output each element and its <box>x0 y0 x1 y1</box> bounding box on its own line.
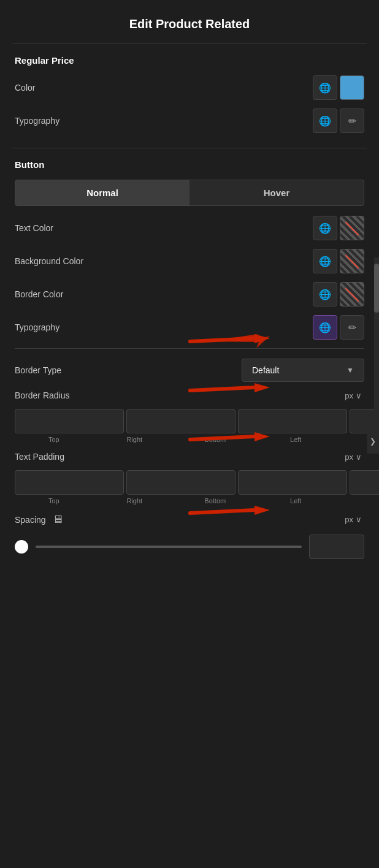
btn-typography-edit-btn[interactable]: ✏ <box>340 315 364 340</box>
color-control-group: 🌐 <box>313 75 364 100</box>
text-padding-unit[interactable]: px ∨ <box>345 452 364 462</box>
border-radius-unit[interactable]: px ∨ <box>345 391 364 400</box>
border-type-row: Border Type Default ▼ <box>15 359 364 382</box>
text-padding-right[interactable] <box>126 470 235 495</box>
border-radius-right[interactable] <box>126 409 235 433</box>
right-label: Right <box>96 436 174 443</box>
border-radius-bottom[interactable] <box>238 409 347 433</box>
padding-right-label: Right <box>96 497 174 504</box>
text-padding-left[interactable] <box>350 470 379 495</box>
pencil-icon-2: ✏ <box>348 322 356 333</box>
border-type-label: Border Type <box>15 365 61 375</box>
padding-bottom-label: Bottom <box>176 497 255 504</box>
btn-typography-label: Typography <box>15 322 59 332</box>
spacing-unit[interactable]: px ∨ <box>345 515 364 524</box>
scrollbar-thumb[interactable] <box>374 264 379 313</box>
spacing-label-group: Spacing 🖥 <box>15 513 63 526</box>
bg-color-swatch[interactable] <box>340 249 364 273</box>
normal-hover-tabs: Normal Hover <box>15 180 364 206</box>
slider-handle[interactable] <box>15 540 28 554</box>
padding-top-label: Top <box>15 497 93 504</box>
bg-color-label: Background Color <box>15 256 83 266</box>
monitor-icon: 🖥 <box>52 513 63 526</box>
text-padding-unit-value: px <box>345 452 353 462</box>
border-radius-labels: Top Right Bottom Left <box>15 436 364 443</box>
color-global-btn[interactable]: 🌐 <box>313 75 337 100</box>
button-heading: Button <box>15 159 364 170</box>
spacing-label: Spacing <box>15 515 46 525</box>
text-padding-top[interactable] <box>15 470 124 495</box>
chevron-down-icon-4: ∨ <box>356 515 362 524</box>
hover-tab[interactable]: Hover <box>190 180 364 205</box>
border-color-label: Border Color <box>15 289 63 299</box>
spacing-row: Spacing 🖥 px ∨ <box>15 513 364 526</box>
typography-row: Typography 🌐 ✏ <box>15 108 364 133</box>
btn-typography-control: 🌐 ✏ <box>313 315 364 340</box>
spacing-unit-value: px <box>345 515 353 524</box>
top-label: Top <box>15 436 93 443</box>
text-padding-labels: Top Right Bottom Left <box>15 497 364 504</box>
slider-row <box>15 535 364 559</box>
border-type-select[interactable]: Default ▼ <box>242 359 364 382</box>
text-padding-row: Text Padding px ∨ <box>15 452 364 462</box>
chevron-down-icon: ▼ <box>346 366 354 375</box>
globe-icon: 🌐 <box>319 82 331 94</box>
border-radius-row: Border Radius px ∨ <box>15 390 364 400</box>
btn-typography-row: Typography 🌐 ✏ <box>15 315 364 340</box>
text-color-swatch[interactable] <box>340 216 364 240</box>
border-color-global-btn[interactable]: 🌐 <box>313 282 337 306</box>
bg-color-row: Background Color 🌐 <box>15 249 364 273</box>
bg-color-control: 🌐 <box>313 249 364 273</box>
btn-typography-global-btn[interactable]: 🌐 <box>313 315 337 340</box>
border-radius-inputs: 🔗 <box>15 409 364 433</box>
regular-price-heading: Regular Price <box>15 55 364 66</box>
expand-panel-btn[interactable]: ❯ <box>367 429 379 454</box>
border-radius-label: Border Radius <box>15 390 70 400</box>
chevron-down-icon-2: ∨ <box>356 391 362 400</box>
color-row: Color 🌐 <box>15 75 364 100</box>
border-color-swatch[interactable] <box>340 282 364 306</box>
scrollbar[interactable] <box>374 257 379 441</box>
page-title: Edit Product Related <box>0 0 379 44</box>
globe-icon-2: 🌐 <box>319 115 331 127</box>
slider-track[interactable] <box>36 546 302 548</box>
text-color-control: 🌐 <box>313 216 364 240</box>
border-color-control: 🌐 <box>313 282 364 306</box>
globe-icon-5: 🌐 <box>319 289 331 300</box>
chevron-right-icon: ❯ <box>370 437 376 446</box>
typography-control-group: 🌐 ✏ <box>313 108 364 133</box>
bottom-label: Bottom <box>176 436 255 443</box>
chevron-down-icon-3: ∨ <box>356 452 362 462</box>
globe-icon-purple: 🌐 <box>319 322 331 333</box>
typography-label: Typography <box>15 116 59 126</box>
left-label: Left <box>257 436 335 443</box>
typography-global-btn[interactable]: 🌐 <box>313 108 337 133</box>
globe-icon-4: 🌐 <box>319 256 331 267</box>
border-color-row: Border Color 🌐 <box>15 282 364 306</box>
slider-value-input[interactable] <box>309 535 364 559</box>
bg-color-global-btn[interactable]: 🌐 <box>313 249 337 273</box>
pencil-icon: ✏ <box>348 115 356 127</box>
color-swatch-blue[interactable] <box>340 75 364 100</box>
text-padding-label: Text Padding <box>15 452 64 462</box>
typography-edit-btn[interactable]: ✏ <box>340 108 364 133</box>
padding-left-label: Left <box>257 497 335 504</box>
border-type-value: Default <box>252 365 279 375</box>
border-radius-top[interactable] <box>15 409 124 433</box>
regular-price-section: Regular Price Color 🌐 Typography 🌐 ✏ <box>0 44 379 148</box>
normal-tab[interactable]: Normal <box>15 180 190 205</box>
text-padding-inputs: 🔗 <box>15 470 364 495</box>
border-radius-unit-value: px <box>345 391 353 400</box>
text-color-row: Text Color 🌐 <box>15 216 364 240</box>
color-label: Color <box>15 83 35 93</box>
inner-divider <box>15 348 364 349</box>
text-color-label: Text Color <box>15 223 53 233</box>
globe-icon-3: 🌐 <box>319 223 331 234</box>
button-section: Button Normal Hover Text Color 🌐 Backgro… <box>0 148 379 577</box>
text-color-global-btn[interactable]: 🌐 <box>313 216 337 240</box>
text-padding-bottom[interactable] <box>238 470 347 495</box>
